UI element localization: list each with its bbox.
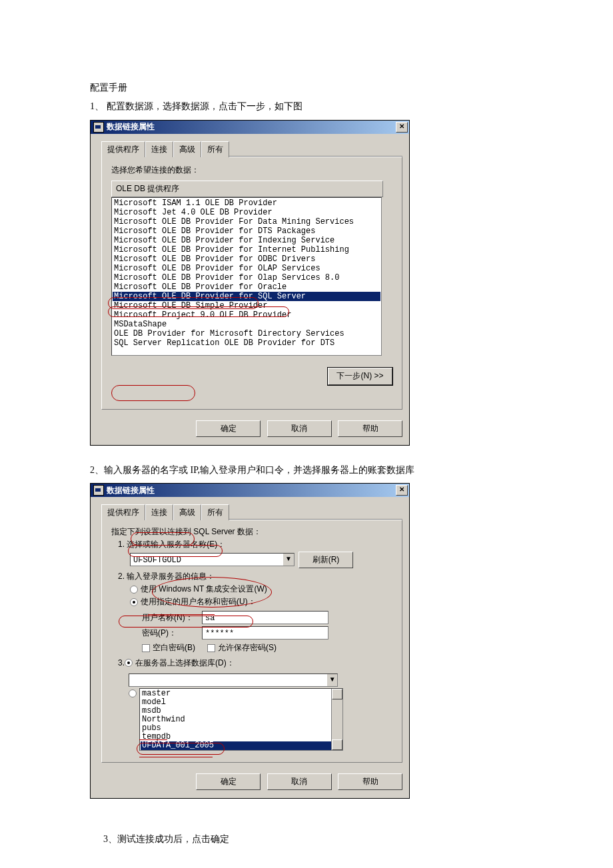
provider-list-item[interactable]: Microsoft OLE DB Provider for OLAP Servi…	[113, 264, 380, 273]
allow-save-password-checkbox[interactable]	[207, 644, 215, 652]
blank-password-checkbox[interactable]	[142, 644, 150, 652]
next-button[interactable]: 下一步(N) >>	[328, 368, 392, 384]
database-list-item[interactable]: UFDATA_001_2005	[141, 741, 342, 750]
doc-step2: 2、输入服务器的名字或 IP,输入登录用户和口令，并选择服务器上的账套数据库	[90, 463, 523, 478]
database-listbox[interactable]: mastermodelmsdbNorthwindpubstempdbUFDATA…	[139, 688, 343, 751]
label-server-name: 1. 选择或输入服务器名称(E)：	[118, 538, 395, 551]
provider-list-item[interactable]: MSDataShape	[113, 320, 380, 329]
provider-list-item[interactable]: Microsoft OLE DB Provider For Data Minin…	[113, 217, 380, 226]
titlebar: 数据链接属性 ✕	[91, 121, 409, 134]
tab-advanced[interactable]: 高级	[173, 504, 201, 520]
provider-list-item[interactable]: SQL Server Replication OLE DB Provider f…	[113, 338, 380, 348]
radio-specified-auth[interactable]: 使用指定的用户名称和密码(U)：	[130, 596, 395, 608]
ok-button[interactable]: 确定	[196, 420, 261, 437]
radio-nt-auth[interactable]: 使用 Windows NT 集成安全设置(W)	[130, 583, 395, 596]
database-value	[129, 674, 326, 686]
database-list-item[interactable]: msdb	[141, 707, 342, 715]
data-link-properties-dialog-1: 数据链接属性 ✕ 提供程序 连接 高级 所有 选择您希望连接的数据： OLE D…	[90, 120, 410, 446]
label-login-info: 2. 输入登录服务器的信息：	[118, 570, 395, 583]
radio-attach-database[interactable]	[129, 689, 137, 697]
database-list-item[interactable]: Northwind	[141, 715, 342, 724]
server-name-value: UFSOFTGOLD	[131, 554, 283, 566]
cancel-button[interactable]: 取消	[267, 420, 332, 437]
help-button[interactable]: 帮助	[338, 773, 402, 790]
provider-list-item[interactable]: Microsoft Jet 4.0 OLE DB Provider	[113, 208, 380, 217]
tab-advanced[interactable]: 高级	[173, 141, 201, 157]
database-list-item[interactable]: model	[141, 698, 342, 707]
server-name-combo[interactable]: UFSOFTGOLD ▼	[130, 553, 295, 566]
close-icon[interactable]: ✕	[396, 485, 408, 496]
database-combo[interactable]: ▼	[129, 673, 338, 687]
cancel-button[interactable]: 取消	[267, 773, 332, 790]
app-icon	[93, 122, 104, 133]
username-input[interactable]: sa	[202, 611, 328, 624]
ok-button[interactable]: 确定	[196, 773, 261, 790]
allow-save-password-label: 允许保存密码(S)	[218, 642, 277, 654]
tab-provider[interactable]: 提供程序	[101, 141, 145, 157]
window-title: 数据链接属性	[107, 484, 396, 497]
provider-list-item[interactable]: Microsoft OLE DB Simple Provider	[113, 301, 380, 310]
annotation-next-button	[111, 385, 195, 401]
blank-password-label: 空白密码(B)	[153, 642, 195, 654]
provider-list-item[interactable]: Microsoft OLE DB Provider for Internet P…	[113, 245, 380, 254]
window-title: 数据链接属性	[107, 121, 396, 133]
heading: 指定下列设置以连接到 SQL Server 数据：	[111, 526, 395, 538]
provider-list-item[interactable]: OLE DB Provider for Microsoft Directory …	[113, 329, 380, 338]
tab-connection[interactable]: 连接	[145, 504, 173, 520]
instruction-label: 选择您希望连接的数据：	[111, 164, 392, 177]
password-label: 密码(P)：	[142, 627, 202, 640]
database-list-item[interactable]: master	[141, 689, 342, 698]
username-label: 用户名称(N)：	[142, 612, 202, 624]
database-list-item[interactable]: tempdb	[141, 733, 342, 741]
list-header: OLE DB 提供程序	[111, 181, 383, 197]
provider-list-item[interactable]: Microsoft OLE DB Provider for Oracle	[113, 282, 380, 292]
select-database-label: 在服务器上选择数据库(D)：	[135, 657, 235, 669]
provider-listbox[interactable]: Microsoft ISAM 1.1 OLE DB ProviderMicros…	[111, 197, 382, 356]
close-icon[interactable]: ✕	[396, 122, 408, 133]
database-list-item[interactable]: pubs	[141, 724, 342, 733]
provider-list-item[interactable]: Microsoft OLE DB Provider for ODBC Drive…	[113, 254, 380, 264]
provider-list-item[interactable]: Microsoft ISAM 1.1 OLE DB Provider	[113, 199, 380, 208]
chevron-down-icon[interactable]: ▼	[283, 554, 294, 566]
provider-list-item[interactable]: Microsoft Project 9.0 OLE DB Provider	[113, 310, 380, 320]
refresh-button[interactable]: 刷新(R)	[299, 552, 353, 568]
tab-connection[interactable]: 连接	[145, 141, 173, 157]
tab-all[interactable]: 所有	[201, 141, 229, 157]
chevron-down-icon[interactable]: ▼	[326, 674, 337, 686]
provider-list-item[interactable]: Microsoft OLE DB Provider for SQL Server	[113, 292, 380, 301]
app-icon	[93, 485, 104, 496]
password-input[interactable]: ******	[202, 626, 328, 640]
provider-list-item[interactable]: Microsoft OLE DB Provider for DTS Packag…	[113, 226, 380, 236]
doc-header: 配置手册	[90, 81, 523, 95]
scrollbar[interactable]	[331, 689, 342, 750]
tab-all[interactable]: 所有	[201, 504, 229, 520]
titlebar: 数据链接属性 ✕	[91, 484, 409, 497]
tabs: 提供程序 连接 高级 所有	[101, 141, 402, 157]
data-link-properties-dialog-2: 数据链接属性 ✕ 提供程序 连接 高级 所有 指定下列设置以连接到 SQL Se…	[90, 483, 410, 799]
provider-list-item[interactable]: Microsoft OLE DB Provider for Indexing S…	[113, 236, 380, 245]
doc-step1: 1、 配置数据源，选择数据源，点击下一步，如下图	[90, 99, 523, 114]
help-button[interactable]: 帮助	[338, 420, 402, 437]
doc-step3: 3、测试连接成功后，点击确定	[103, 832, 523, 847]
database-list-item[interactable]: UFDATA_002_2005	[141, 750, 342, 751]
tabs: 提供程序 连接 高级 所有	[101, 504, 402, 520]
provider-list-item[interactable]: Microsoft OLE DB Provider for Olap Servi…	[113, 273, 380, 282]
tab-provider[interactable]: 提供程序	[101, 504, 145, 520]
annotation-ufdata002-strike	[139, 757, 213, 757]
radio-select-database[interactable]	[125, 659, 133, 667]
